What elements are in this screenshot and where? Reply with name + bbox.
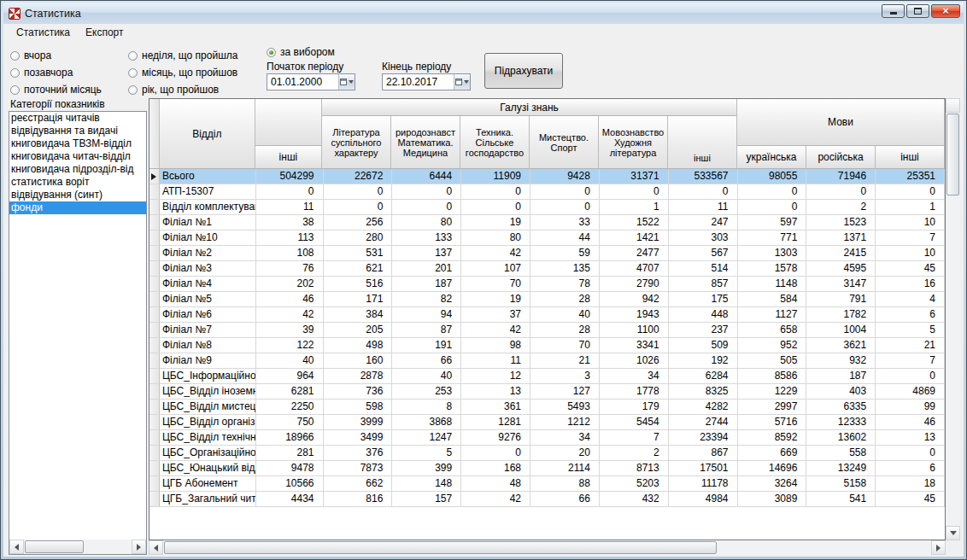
menu-eksport[interactable]: Експорт	[78, 25, 131, 41]
scroll-thumb[interactable]	[946, 114, 959, 195]
value-cell: 1004	[806, 323, 876, 338]
table-row[interactable]: ЦГБ_Загальний читаль44348161574266432498…	[149, 492, 945, 507]
sidebar-item[interactable]: статистика воріт	[9, 176, 146, 189]
table-row[interactable]: ЦБС_Відділ організаці7503999386812811212…	[149, 415, 945, 430]
sidebar-item[interactable]: відвідування та видачі	[9, 125, 146, 137]
table-row[interactable]: Філіал №1382568019331522247597152310	[149, 215, 945, 230]
column-header-inshi-galuzi[interactable]: інші	[668, 116, 737, 169]
menu-statistika[interactable]: Статистика	[9, 25, 78, 41]
value-cell: 7	[876, 353, 945, 369]
department-cell: Філіал №9	[160, 353, 256, 369]
column-header-movoznavstvo[interactable]: Мовознавство Художня література	[599, 116, 668, 169]
scroll-down-button[interactable]	[946, 526, 960, 540]
department-cell: Всього	[160, 169, 256, 184]
table-horizontal-scrollbar[interactable]	[149, 540, 946, 555]
value-cell: 1247	[392, 430, 461, 446]
scroll-right-button[interactable]	[132, 540, 146, 554]
value-cell: 0	[669, 184, 738, 200]
value-cell: 2415	[806, 246, 876, 261]
table-row[interactable]: АТП-153070000000000	[149, 184, 945, 200]
sidebar-horizontal-scrollbar[interactable]	[9, 540, 146, 554]
table-row[interactable]: Філіал №6423849437401943448112717826	[149, 307, 945, 323]
value-cell: 8325	[669, 384, 738, 400]
value-cell: 533567	[669, 169, 738, 184]
table-row[interactable]: Відділ комплектуванн110000111021	[149, 200, 945, 215]
sidebar-item[interactable]: фонди	[9, 201, 146, 214]
value-cell: 1229	[738, 384, 807, 400]
table-row[interactable]: ЦБС_Інформаційно-б9642878401233462848586…	[149, 369, 945, 384]
sidebar-item[interactable]: книговидача ТВЗМ-відділ	[9, 137, 146, 150]
value-cell: 11909	[461, 169, 530, 184]
table-row[interactable]: ЦБС_Відділ мистецтв225059883615493179428…	[149, 400, 945, 415]
table-row[interactable]: Філіал №5461718219289421755847914	[149, 292, 945, 307]
radio-option[interactable]: неділя, що пройшла	[128, 47, 237, 64]
scroll-track[interactable]	[24, 540, 132, 554]
scroll-up-button[interactable]	[946, 98, 960, 113]
table-row[interactable]: ЦГБ Абонемент105666621484888520311178326…	[149, 476, 945, 492]
table-row[interactable]: Філіал №94016066112110261925059327	[149, 353, 945, 369]
table-row[interactable]: Філіал №37662120110713547075141578459545	[149, 261, 945, 277]
header-indicator-cell	[149, 99, 160, 169]
column-header-rosiyska[interactable]: російська	[806, 146, 876, 169]
value-cell: 14696	[738, 461, 807, 476]
calculate-button[interactable]: Підрахувати	[484, 53, 563, 89]
sidebar-item[interactable]: книговидача читач-відділ	[9, 150, 146, 163]
table-row[interactable]: ЦБС_Відділ технічної18966349912479276347…	[149, 430, 945, 446]
value-cell: 942	[600, 292, 669, 307]
period-end-dropdown-button[interactable]	[454, 74, 470, 90]
radio-option[interactable]: місяць, що пройшов	[128, 64, 237, 81]
value-cell: 736	[324, 384, 393, 400]
period-start-dropdown-button[interactable]	[338, 74, 355, 90]
value-cell: 9478	[256, 461, 324, 476]
value-cell: 37	[461, 307, 530, 323]
titlebar[interactable]: Статистика ×	[3, 3, 964, 24]
column-header-pryrodoznavstvo[interactable]: риродознавст Математика. Медицина	[391, 116, 460, 169]
column-header-ukrainska[interactable]: українська	[737, 146, 806, 169]
column-header-inshi-movy[interactable]: інші	[876, 146, 945, 169]
categories-listbox[interactable]: реєстрація читачіввідвідування та видачі…	[9, 111, 147, 555]
scroll-left-button[interactable]	[9, 540, 24, 554]
sidebar-item[interactable]: книговидача підрозділ-від	[9, 163, 146, 176]
table-vertical-scrollbar[interactable]	[946, 98, 960, 540]
table-row[interactable]: Всього5042992267264441190994283137153356…	[149, 169, 945, 184]
period-end-picker[interactable]: 22.10.2017	[382, 73, 471, 90]
table-row[interactable]: Філіал №812249819198703341509952362121	[149, 338, 945, 353]
column-header-mystetstvo[interactable]: Мистецтво. Спорт	[530, 116, 599, 169]
department-cell: ЦБС_Відділ іноземної	[160, 384, 256, 400]
period-start-picker[interactable]: 01.01.2000	[267, 73, 355, 90]
radio-option[interactable]: позавчора	[10, 64, 102, 81]
scroll-right-button[interactable]	[931, 540, 946, 555]
period-start-value: 01.01.2000	[267, 76, 338, 88]
value-cell: 187	[392, 277, 461, 292]
value-cell: 1212	[530, 415, 600, 430]
maximize-button[interactable]	[906, 4, 929, 18]
scroll-thumb[interactable]	[164, 541, 717, 554]
table-row[interactable]: Філіал №739205874228110023765810045	[149, 323, 945, 338]
column-header-tehnika[interactable]: Техника. Сільське господарство	[460, 116, 530, 169]
scroll-left-button[interactable]	[149, 540, 163, 555]
column-header-inshi-main[interactable]: інші	[255, 146, 322, 169]
table-row[interactable]: Філіал №4202516187707827908571148314716	[149, 277, 945, 292]
scroll-thumb[interactable]	[25, 540, 84, 553]
table-row[interactable]: ЦБС_Юнацький відділ947878733991682114871…	[149, 461, 945, 476]
value-cell: 4984	[669, 492, 738, 507]
scroll-track[interactable]	[163, 540, 931, 555]
radio-option[interactable]: вчора	[10, 47, 102, 64]
radio-option[interactable]: рік, що пройшов	[128, 81, 237, 98]
minimize-button[interactable]	[882, 4, 905, 18]
table-row[interactable]: ЦБС_Організаційно-м281376502028676695580	[149, 446, 945, 461]
table-row[interactable]: Філіал №101132801338044142130377113717	[149, 230, 945, 246]
value-cell: 0	[256, 184, 324, 200]
header-dept[interactable]: Відділ	[160, 99, 255, 169]
table-row[interactable]: Філіал №2108531137425924775671303241510	[149, 246, 945, 261]
sidebar-item[interactable]: реєстрація читачів	[9, 112, 146, 125]
radio-option[interactable]: за вибором	[267, 44, 335, 61]
value-cell: 2997	[738, 400, 807, 415]
column-header-literatura[interactable]: Література суспільного характеру	[322, 116, 391, 169]
scroll-track[interactable]	[946, 113, 960, 526]
radio-option[interactable]: поточний місяць	[10, 81, 102, 98]
sidebar-item[interactable]: відвідування (синт)	[9, 189, 146, 201]
calendar-icon	[340, 79, 347, 85]
table-row[interactable]: ЦБС_Відділ іноземної62817362531312717788…	[149, 384, 945, 400]
close-button[interactable]: ×	[931, 4, 960, 18]
